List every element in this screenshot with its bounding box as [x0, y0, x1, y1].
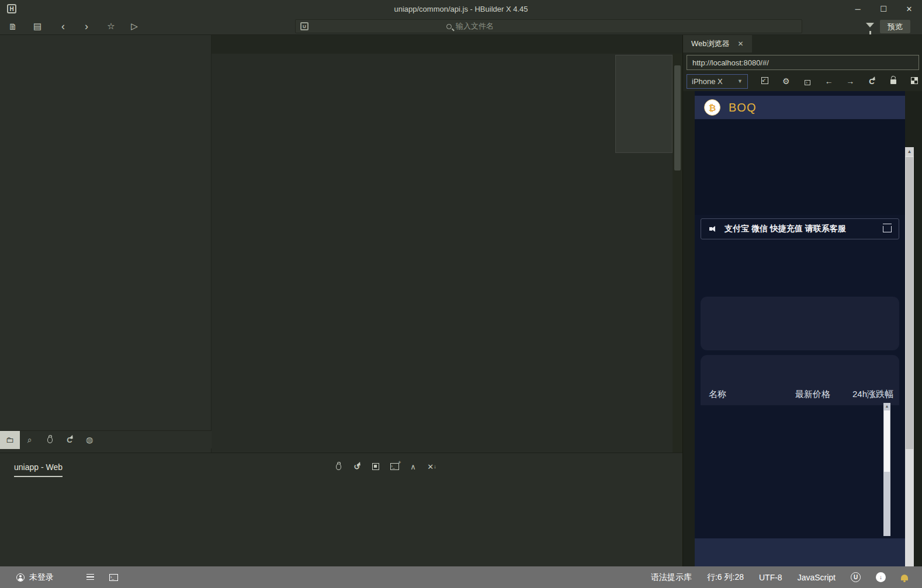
star-icon[interactable]: ☆	[104, 20, 118, 33]
editor-tab-bar	[212, 35, 682, 54]
sync-tab-icon[interactable]: C	[60, 431, 79, 449]
project-explorer: 🗀 ⌕ C ◍	[0, 35, 212, 453]
carousel-banner[interactable]	[695, 119, 905, 215]
gear-icon[interactable]: ⚙	[782, 76, 791, 86]
search-placeholder: 输入文件名	[456, 21, 494, 32]
login-status[interactable]: 未登录	[16, 572, 54, 583]
search-tab-icon[interactable]: ⌕	[20, 431, 40, 449]
annotation-ruler	[611, 54, 615, 453]
title-bar: H uniapp/common/api.js - HBuilder X 4.45…	[0, 0, 922, 18]
header-name: 名称	[709, 389, 726, 400]
restart-icon[interactable]: ↺	[352, 461, 362, 472]
web-browser-tab[interactable]: Web浏览器 ✕	[683, 35, 752, 53]
close-button[interactable]: ✕	[896, 0, 922, 18]
save-icon[interactable]: ▤	[30, 20, 44, 33]
hbuilder-circle-icon[interactable]: U	[851, 572, 861, 582]
new-terminal-icon[interactable]: ›_	[389, 461, 400, 472]
encoding-status[interactable]: UTF-8	[759, 573, 782, 582]
stop-icon[interactable]	[370, 461, 381, 472]
bell-icon[interactable]	[901, 575, 908, 580]
status-bar: 未登录 ›_ 语法提示库 行:6 列:28 UTF-8 JavaScript U…	[0, 566, 922, 588]
breadcrumb-search-box: U 输入文件名	[295, 19, 802, 33]
refresh-icon[interactable]: C	[867, 76, 876, 86]
window-title: uniapp/common/api.js - HBuilder X 4.45	[0, 5, 922, 13]
unlock-icon[interactable]	[889, 76, 898, 86]
new-file-icon[interactable]: 🗎	[6, 20, 20, 33]
cursor-position[interactable]: 行:6 列:28	[707, 572, 744, 583]
brand-name: BOQ	[729, 101, 756, 114]
preview-button[interactable]: 预览	[880, 20, 910, 33]
close-tab-icon[interactable]: ✕	[738, 40, 744, 48]
run-icon[interactable]: ▷	[127, 20, 141, 33]
clear-icon[interactable]: ✕↓	[427, 461, 437, 472]
device-select[interactable]: iPhone X▼	[687, 74, 748, 89]
sidebar-bottom-tabs: 🗀 ⌕ C ◍	[0, 430, 212, 448]
login-label: 未登录	[29, 572, 54, 583]
file-search[interactable]: 输入文件名	[446, 21, 494, 32]
forward-icon[interactable]: ›	[79, 20, 93, 33]
user-icon	[16, 573, 25, 582]
files-tab-icon[interactable]: 🗀	[0, 431, 20, 449]
back-icon[interactable]: ‹	[56, 20, 70, 33]
back-icon[interactable]: ←	[824, 76, 834, 86]
preview-scrollbar[interactable]: ▲ ▼	[905, 147, 914, 588]
shortcut-grid	[701, 297, 899, 350]
exchange-card: 名称 最新价格 24h涨跌幅	[701, 355, 899, 405]
header-price: 最新价格	[795, 389, 830, 400]
hbuilderx-logo-icon: H	[7, 4, 16, 13]
url-input[interactable]: http://localhost:8080/#/	[687, 55, 919, 70]
brand-coin-icon: ₿	[704, 99, 720, 116]
debug-tab-icon[interactable]	[40, 431, 60, 449]
notice-more-icon[interactable]	[883, 226, 892, 232]
web-tab-bar: Web浏览器 ✕	[683, 35, 922, 53]
web-tab-icon[interactable]: ◍	[79, 431, 99, 449]
bottom-nav	[695, 538, 905, 566]
phone-viewport: ₿ BOQ 支付宝 微信 快捷充值 请联系客服	[695, 91, 905, 566]
search-icon	[446, 24, 452, 29]
filter-icon[interactable]	[866, 23, 874, 27]
header-change: 24h涨跌幅	[852, 389, 893, 400]
table-header: 名称 最新价格 24h涨跌幅	[701, 384, 899, 405]
console-tab[interactable]: uniapp - Web	[14, 462, 63, 477]
project-logo-icon: U	[300, 22, 309, 30]
notice-text: 支付宝 微信 快捷充值 请联系客服	[725, 224, 846, 234]
terminal-status-icon[interactable]: ›_	[109, 574, 118, 581]
code-editor	[212, 35, 682, 453]
language-mode[interactable]: JavaScript	[798, 573, 836, 582]
console-panel: uniapp - Web ↺ ›_ ∧ ✕↓	[0, 453, 682, 566]
price-ticker	[695, 243, 905, 292]
collapse-icon[interactable]: ∧	[408, 461, 418, 472]
speaker-icon	[709, 226, 718, 232]
syntax-hint-status[interactable]: 语法提示库	[651, 572, 692, 583]
terminal-icon[interactable]: ›_	[803, 76, 812, 86]
minimap[interactable]	[615, 54, 673, 453]
toolbar: 🗎 ▤ ‹ › ☆ ▷ U 输入文件名 预览	[0, 18, 922, 35]
maximize-button[interactable]: ☐	[871, 0, 896, 18]
minimize-button[interactable]: ─	[845, 0, 871, 18]
console-toolbar: ↺ ›_ ∧ ✕↓	[333, 461, 437, 472]
code-area[interactable]	[212, 54, 611, 453]
app-preview: ₿ BOQ 支付宝 微信 快捷充值 请联系客服	[683, 91, 922, 566]
download-circle-icon[interactable]: ↓	[876, 572, 886, 582]
table-scrollbar[interactable]: ▲	[883, 403, 890, 536]
qr-code-icon[interactable]	[910, 76, 919, 86]
open-external-icon[interactable]	[760, 76, 770, 86]
web-tab-label: Web浏览器	[691, 39, 730, 49]
web-browser-panel: Web浏览器 ✕ http://localhost:8080/#/ iPhone…	[682, 35, 922, 566]
forward-icon[interactable]: →	[845, 76, 855, 86]
app-header: ₿ BOQ	[695, 96, 905, 119]
debug-icon[interactable]	[333, 461, 344, 472]
exchange-tabs	[701, 355, 899, 382]
notice-bar[interactable]: 支付宝 微信 快捷充值 请联系客服	[701, 218, 899, 239]
device-toolbar: iPhone X▼ ⚙ ›_ ← → C	[687, 74, 919, 89]
device-label: iPhone X	[692, 77, 723, 86]
editor-scrollbar[interactable]	[673, 54, 682, 453]
minimap-viewport[interactable]	[615, 55, 673, 153]
hbuilderx-window: H uniapp/common/api.js - HBuilder X 4.45…	[0, 0, 922, 588]
outline-icon[interactable]	[86, 574, 94, 580]
